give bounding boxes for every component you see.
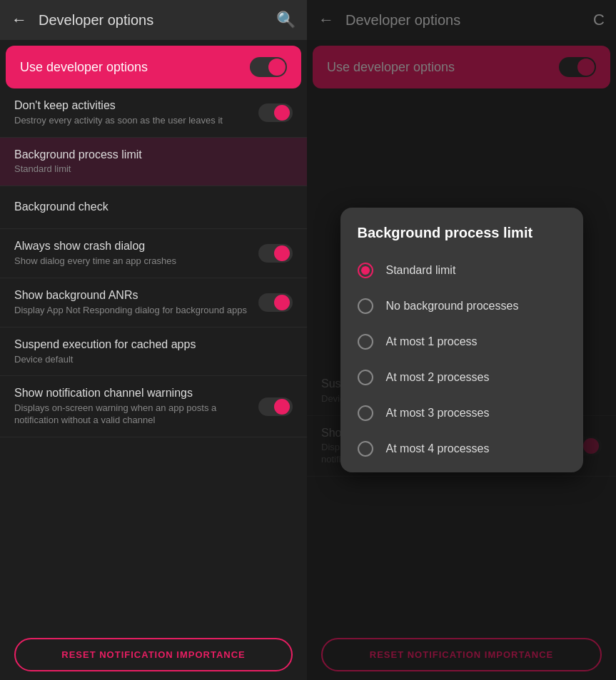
left-toggle-notification[interactable] xyxy=(258,397,293,416)
left-header-title: Developer options xyxy=(39,12,276,29)
left-toggle-anrs-thumb xyxy=(274,295,290,310)
radio-inner-standard-limit xyxy=(361,266,370,275)
left-dev-options-toggle-thumb xyxy=(268,59,286,76)
left-setting-title-bg-process: Background process limit xyxy=(14,148,293,163)
left-setting-suspend-execution[interactable]: Suspend execution for cached apps Device… xyxy=(0,328,307,377)
left-setting-subtitle-bg-process: Standard limit xyxy=(14,163,293,176)
left-setting-title-dont-keep: Don't keep activities xyxy=(14,98,258,113)
left-setting-background-check[interactable]: Background check xyxy=(0,186,307,229)
left-setting-title-anrs: Show background ANRs xyxy=(14,288,258,303)
left-toggle-anrs[interactable] xyxy=(258,293,293,312)
left-setting-crash-dialog[interactable]: Always show crash dialog Show dialog eve… xyxy=(0,229,307,278)
left-setting-notification-channel[interactable]: Show notification channel warnings Displ… xyxy=(0,376,307,437)
left-setting-dont-keep-activities[interactable]: Don't keep activities Destroy every acti… xyxy=(0,88,307,138)
left-setting-title-notification: Show notification channel warnings xyxy=(14,386,258,401)
left-setting-title-crash: Always show crash dialog xyxy=(14,239,258,254)
left-dev-options-card[interactable]: Use developer options xyxy=(6,46,301,88)
left-toggle-notification-thumb xyxy=(274,399,290,415)
dialog-option-label-at-most-3: At most 3 processes xyxy=(386,407,490,420)
left-setting-text-notification: Show notification channel warnings Displ… xyxy=(14,386,258,427)
radio-at-most-2 xyxy=(358,370,373,385)
dialog-option-standard-limit[interactable]: Standard limit xyxy=(340,253,583,288)
radio-at-most-1 xyxy=(358,334,373,350)
left-setting-text-dont-keep: Don't keep activities Destroy every acti… xyxy=(14,98,258,127)
left-toggle-dont-keep[interactable] xyxy=(258,103,293,122)
dialog-option-label-standard-limit: Standard limit xyxy=(386,264,456,277)
left-dev-options-toggle[interactable] xyxy=(250,57,287,77)
left-setting-subtitle-anrs: Display App Not Responding dialog for ba… xyxy=(14,305,258,317)
left-setting-background-anrs[interactable]: Show background ANRs Display App Not Res… xyxy=(0,278,307,328)
left-setting-title-suspend: Suspend execution for cached apps xyxy=(14,338,293,352)
dialog-title: Background process limit xyxy=(340,225,583,253)
left-dev-options-label: Use developer options xyxy=(20,60,148,75)
dialog-option-label-at-most-2: At most 2 processes xyxy=(386,371,490,384)
radio-at-most-3 xyxy=(358,405,373,421)
left-toggle-crash[interactable] xyxy=(258,244,293,263)
dialog-option-at-most-3[interactable]: At most 3 processes xyxy=(340,395,583,431)
left-toggle-crash-thumb xyxy=(274,245,290,261)
background-process-limit-dialog: Background process limit Standard limit … xyxy=(340,208,583,472)
left-setting-text-anrs: Show background ANRs Display App Not Res… xyxy=(14,288,258,317)
left-header: ← Developer options 🔍 xyxy=(0,0,307,40)
left-panel: ← Developer options 🔍 Use developer opti… xyxy=(0,0,307,680)
left-setting-title-bg-check: Background check xyxy=(14,200,293,215)
radio-no-background xyxy=(358,298,373,314)
left-setting-subtitle-notification: Displays on-screen warning when an app p… xyxy=(14,402,258,427)
left-setting-text-suspend: Suspend execution for cached apps Device… xyxy=(14,338,293,366)
dialog-option-label-at-most-4: At most 4 processes xyxy=(386,442,490,455)
left-setting-subtitle-crash: Show dialog every time an app crashes xyxy=(14,255,258,268)
left-setting-text-bg-check: Background check xyxy=(14,200,293,215)
left-search-icon[interactable]: 🔍 xyxy=(276,11,296,29)
dialog-overlay[interactable]: Background process limit Standard limit … xyxy=(307,0,616,680)
dialog-option-label-at-most-1: At most 1 process xyxy=(386,335,478,348)
dialog-option-at-most-4[interactable]: At most 4 processes xyxy=(340,431,583,467)
left-reset-button[interactable]: RESET NOTIFICATION IMPORTANCE xyxy=(14,638,293,671)
left-back-icon[interactable]: ← xyxy=(11,11,27,29)
dialog-option-at-most-1[interactable]: At most 1 process xyxy=(340,324,583,360)
left-setting-text-crash: Always show crash dialog Show dialog eve… xyxy=(14,239,258,268)
dialog-option-label-no-background: No background processes xyxy=(386,300,519,313)
radio-standard-limit xyxy=(358,263,373,278)
left-setting-background-process-limit[interactable]: Background process limit Standard limit xyxy=(0,138,307,187)
left-setting-subtitle-dont-keep: Destroy every activity as soon as the us… xyxy=(14,115,258,127)
left-setting-text-bg-process: Background process limit Standard limit xyxy=(14,148,293,176)
right-panel: ← Developer options C Use developer opti… xyxy=(307,0,616,680)
dialog-option-no-background[interactable]: No background processes xyxy=(340,288,583,324)
radio-at-most-4 xyxy=(358,441,373,457)
dialog-option-at-most-2[interactable]: At most 2 processes xyxy=(340,360,583,395)
left-setting-subtitle-suspend: Device default xyxy=(14,354,293,366)
left-toggle-dont-keep-thumb xyxy=(274,105,290,121)
left-settings-list: Don't keep activities Destroy every acti… xyxy=(0,88,307,629)
